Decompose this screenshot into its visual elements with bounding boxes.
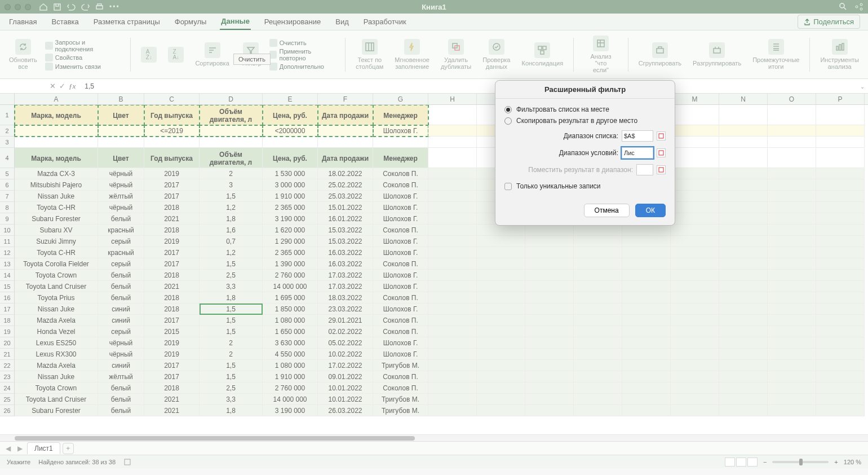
cell[interactable]	[671, 292, 719, 304]
cell[interactable]	[816, 315, 865, 326]
cell[interactable]: белый	[98, 292, 144, 304]
cell[interactable]: Шолохов Г.	[373, 191, 428, 202]
cell[interactable]	[816, 247, 865, 258]
col-header[interactable]: F	[318, 94, 373, 104]
cell[interactable]: Менеджер	[373, 148, 428, 168]
col-header[interactable]: M	[671, 94, 719, 104]
cell[interactable]	[428, 382, 477, 394]
cell[interactable]: 3	[200, 179, 263, 191]
cell[interactable]: 17.03.2022	[318, 270, 373, 281]
tab-developer[interactable]: Разработчик	[362, 14, 408, 29]
cell[interactable]	[816, 326, 865, 337]
table-row[interactable]: 2<=2019<2000000Шолохов Г.	[0, 125, 868, 137]
cell[interactable]: Toyota Crown	[15, 382, 98, 394]
cell[interactable]	[373, 137, 428, 148]
ungroup-button[interactable]: Разгруппировать	[689, 42, 745, 67]
cell[interactable]	[671, 270, 719, 281]
cell[interactable]	[622, 394, 671, 405]
properties-button[interactable]: Свойства	[45, 54, 124, 61]
cell[interactable]	[768, 258, 816, 270]
table-row[interactable]: 11Suzuki Jimnyсерый20190,71 290 00015.03…	[0, 236, 868, 247]
cell[interactable]	[816, 270, 865, 281]
cell[interactable]: красный	[98, 225, 144, 236]
column-headers[interactable]: A B C D E F G H I J K L M N O P	[0, 94, 868, 105]
cell[interactable]: 2019	[144, 168, 200, 179]
cell[interactable]	[671, 360, 719, 371]
cell[interactable]	[671, 202, 719, 213]
cell[interactable]	[671, 105, 719, 125]
cell[interactable]: Цена, руб.	[263, 105, 318, 125]
cell[interactable]	[574, 258, 622, 270]
cell[interactable]	[574, 382, 622, 394]
cell[interactable]: Mazda CX-3	[15, 168, 98, 179]
cell[interactable]	[525, 326, 574, 337]
cell[interactable]	[816, 360, 865, 371]
cell[interactable]: 3 190 000	[263, 405, 318, 416]
row-header[interactable]: 22	[0, 360, 15, 371]
cell[interactable]: 1 290 000	[263, 236, 318, 247]
cell[interactable]: 1 080 000	[263, 315, 318, 326]
cell[interactable]: 2021	[144, 405, 200, 416]
cell[interactable]	[671, 213, 719, 225]
cell[interactable]	[428, 360, 477, 371]
col-header[interactable]: P	[816, 94, 865, 104]
row-header[interactable]: 11	[0, 236, 15, 247]
cell[interactable]	[428, 281, 477, 292]
table-row[interactable]: 14Toyota Crownбелый20182,52 760 00017.03…	[0, 270, 868, 281]
cell[interactable]: серый	[98, 236, 144, 247]
cell[interactable]: 3 000 000	[263, 179, 318, 191]
cell[interactable]	[816, 213, 865, 225]
cell[interactable]: серый	[98, 258, 144, 270]
undo-icon[interactable]	[67, 3, 76, 11]
cell[interactable]: 2017	[144, 371, 200, 382]
row-header[interactable]: 4	[0, 148, 15, 168]
cell[interactable]: Subaru Forester	[15, 213, 98, 225]
cell[interactable]: белый	[98, 270, 144, 281]
cell[interactable]: Тригубов М.	[373, 405, 428, 416]
row-header[interactable]: 8	[0, 202, 15, 213]
cell[interactable]: 0,7	[200, 236, 263, 247]
cell[interactable]: 10.01.2022	[318, 394, 373, 405]
cell[interactable]	[768, 371, 816, 382]
cell[interactable]: 2 365 000	[263, 247, 318, 258]
cell[interactable]: Марка, модель	[15, 148, 98, 168]
cell[interactable]	[574, 292, 622, 304]
cell[interactable]	[768, 405, 816, 416]
col-header[interactable]: G	[373, 94, 428, 104]
cell[interactable]	[671, 304, 719, 315]
cell[interactable]	[719, 258, 768, 270]
table-row[interactable]: 15Toyota Land Cruiserбелый20213,314 000 …	[0, 281, 868, 292]
table-row[interactable]: 17Nissan Jukeсиний20181,51 850 00023.03.…	[0, 304, 868, 315]
cell[interactable]	[671, 281, 719, 292]
cell[interactable]: 1 530 000	[263, 168, 318, 179]
cell[interactable]	[428, 125, 477, 137]
cell[interactable]	[428, 292, 477, 304]
cell[interactable]: 1,6	[200, 225, 263, 236]
cell[interactable]	[671, 179, 719, 191]
cell[interactable]: 1 910 000	[263, 191, 318, 202]
table-row[interactable]: 3	[0, 137, 868, 148]
cell[interactable]	[622, 371, 671, 382]
cell[interactable]	[719, 148, 768, 168]
cell[interactable]	[428, 270, 477, 281]
cell[interactable]	[816, 304, 865, 315]
cell[interactable]	[428, 225, 477, 236]
cell[interactable]: белый	[98, 394, 144, 405]
cell[interactable]	[428, 105, 477, 125]
row-header[interactable]: 17	[0, 304, 15, 315]
tab-insert[interactable]: Вставка	[50, 14, 79, 29]
zoom-slider[interactable]	[772, 461, 829, 463]
col-header[interactable]: B	[98, 94, 144, 104]
cell[interactable]	[622, 326, 671, 337]
cell[interactable]: 25.03.2022	[318, 191, 373, 202]
table-row[interactable]: 19Honda Vezelсерый20151,51 650 00002.02.…	[0, 326, 868, 337]
cell[interactable]	[525, 236, 574, 247]
cell[interactable]: Соколов П.	[373, 315, 428, 326]
cell[interactable]	[622, 337, 671, 349]
share-button[interactable]: Поделиться	[798, 15, 860, 29]
col-header[interactable]: C	[144, 94, 200, 104]
cell[interactable]	[15, 125, 98, 137]
cell[interactable]	[525, 315, 574, 326]
cell[interactable]: 2018	[144, 270, 200, 281]
cell[interactable]	[816, 191, 865, 202]
